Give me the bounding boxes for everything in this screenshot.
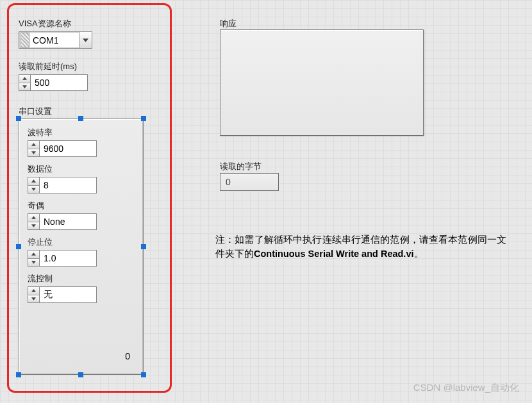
baud-value[interactable]: 9600 [39, 140, 97, 157]
visa-io-icon [21, 33, 29, 47]
parity-label: 奇偶 [28, 200, 135, 211]
triangle-up-icon [31, 289, 36, 292]
flowcontrol-field: 流控制 无 [28, 273, 135, 303]
triangle-down-icon [22, 85, 27, 88]
selection-handle[interactable] [141, 116, 146, 121]
bytes-read-indicator: 0 [220, 173, 279, 191]
delay-value[interactable]: 500 [30, 74, 88, 91]
triangle-down-icon [31, 224, 36, 227]
flowcontrol-control[interactable]: 无 [28, 286, 135, 303]
spinner-down-button[interactable] [19, 83, 30, 91]
spinner-up-button[interactable] [28, 214, 39, 222]
spinner-up-button[interactable] [28, 287, 39, 295]
stopbits-spinner[interactable] [28, 250, 39, 267]
stopbits-control[interactable]: 1.0 [28, 250, 135, 267]
spinner-up-button[interactable] [28, 251, 39, 258]
selection-handle[interactable] [78, 116, 83, 121]
selection-handle[interactable] [16, 116, 21, 121]
spinner-down-button[interactable] [28, 222, 39, 230]
visa-resource-group: VISA资源名称 COM1 [19, 18, 92, 49]
parity-field: 奇偶 None [28, 200, 135, 230]
selection-handle[interactable] [16, 244, 21, 249]
baud-control[interactable]: 9600 [28, 140, 135, 157]
visa-label: VISA资源名称 [19, 18, 92, 29]
read-delay-group: 读取前延时(ms) 500 [19, 61, 88, 91]
selection-handle[interactable] [141, 372, 146, 377]
response-indicator [220, 29, 424, 136]
spinner-up-button[interactable] [28, 141, 39, 149]
baud-label: 波特率 [28, 127, 135, 138]
spinner-down-button[interactable] [28, 149, 39, 157]
visa-value: COM1 [31, 35, 79, 45]
parity-spinner[interactable] [28, 213, 39, 230]
spinner-up-button[interactable] [19, 75, 30, 83]
serial-settings-label: 串口设置 [19, 106, 52, 117]
triangle-up-icon [31, 216, 36, 219]
selection-handle[interactable] [78, 372, 83, 377]
databits-field: 数据位 8 [28, 163, 135, 193]
note-bold: Continuous Serial Write and Read.vi [254, 249, 414, 259]
triangle-up-icon [22, 77, 27, 80]
serial-settings-cluster[interactable]: 波特率 9600 数据位 8 奇偶 None [19, 119, 144, 375]
selection-handle[interactable] [16, 372, 21, 377]
delay-label: 读取前延时(ms) [19, 61, 88, 72]
watermark: CSDN @labview_自动化 [413, 382, 519, 394]
spinner-down-button[interactable] [28, 185, 39, 193]
delay-spinner[interactable] [19, 74, 30, 91]
flowcontrol-value[interactable]: 无 [39, 286, 97, 303]
databits-control[interactable]: 8 [28, 177, 135, 193]
flowcontrol-spinner[interactable] [28, 286, 39, 303]
bytes-read-label: 读取的字节 [220, 161, 262, 172]
databits-spinner[interactable] [28, 177, 39, 193]
bytes-read-value: 0 [226, 177, 231, 187]
baud-spinner[interactable] [28, 140, 39, 157]
baud-field: 波特率 9600 [28, 127, 135, 157]
spinner-up-button[interactable] [28, 177, 39, 185]
triangle-down-icon [31, 188, 36, 191]
databits-label: 数据位 [28, 163, 135, 175]
databits-value[interactable]: 8 [39, 177, 97, 193]
triangle-down-icon [31, 151, 36, 154]
triangle-up-icon [31, 179, 36, 183]
spinner-down-button[interactable] [28, 295, 39, 303]
triangle-down-icon [31, 297, 36, 300]
stopbits-label: 停止位 [28, 236, 135, 248]
selection-handle[interactable] [141, 244, 146, 249]
delay-numeric-control[interactable]: 500 [19, 74, 88, 91]
triangle-up-icon [31, 252, 36, 256]
stopbits-field: 停止位 1.0 [28, 236, 135, 267]
chevron-down-icon [83, 38, 88, 42]
note-suffix: 。 [414, 249, 424, 259]
response-label: 响应 [220, 18, 237, 29]
triangle-up-icon [31, 143, 36, 146]
flowcontrol-label: 流控制 [28, 273, 135, 284]
parity-value[interactable]: None [39, 213, 97, 230]
visa-dropdown-button[interactable] [79, 32, 92, 48]
stopbits-value[interactable]: 1.0 [39, 250, 97, 267]
visa-resource-control[interactable]: COM1 [19, 31, 92, 49]
flowcontrol-numeric: 0 [125, 351, 130, 361]
triangle-down-icon [31, 261, 36, 264]
parity-control[interactable]: None [28, 213, 135, 230]
note-text: 注：如需了解循环中执行连续串行通信的范例，请查看本范例同一文件夹下的Contin… [215, 233, 506, 261]
spinner-down-button[interactable] [28, 258, 39, 267]
